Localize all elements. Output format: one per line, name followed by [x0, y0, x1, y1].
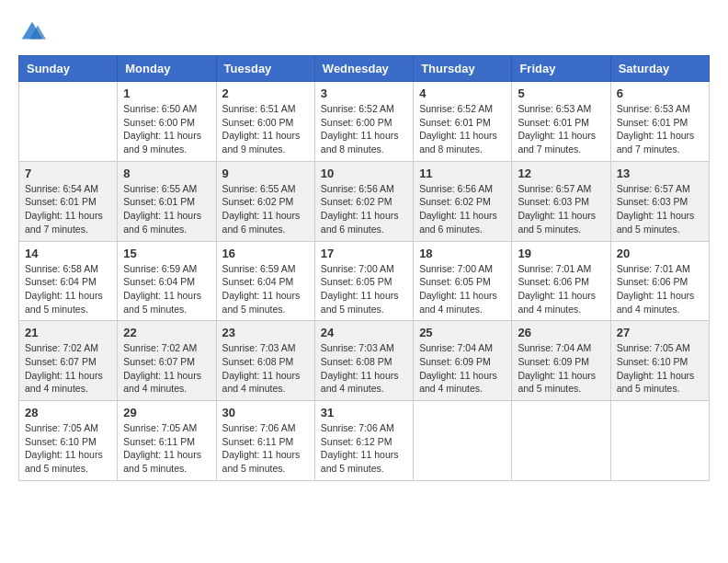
- day-number: 26: [518, 326, 604, 339]
- calendar-cell: 3Sunrise: 6:52 AMSunset: 6:00 PMDaylight…: [314, 82, 413, 162]
- calendar-header-saturday: Saturday: [610, 56, 709, 82]
- calendar-header-tuesday: Tuesday: [216, 56, 314, 82]
- calendar-cell: 6Sunrise: 6:53 AMSunset: 6:01 PMDaylight…: [610, 82, 709, 162]
- calendar-week-4: 21Sunrise: 7:02 AMSunset: 6:07 PMDayligh…: [19, 321, 710, 401]
- calendar-cell: 21Sunrise: 7:02 AMSunset: 6:07 PMDayligh…: [19, 321, 118, 401]
- calendar-cell: 20Sunrise: 7:01 AMSunset: 6:06 PMDayligh…: [610, 241, 709, 321]
- day-info: Sunrise: 7:06 AMSunset: 6:11 PMDaylight:…: [222, 421, 309, 476]
- day-info: Sunrise: 7:05 AMSunset: 6:10 PMDaylight:…: [617, 341, 703, 396]
- day-info: Sunrise: 6:53 AMSunset: 6:01 PMDaylight:…: [617, 102, 703, 156]
- day-info: Sunrise: 7:05 AMSunset: 6:10 PMDaylight:…: [25, 421, 111, 476]
- day-info: Sunrise: 6:55 AMSunset: 6:02 PMDaylight:…: [222, 182, 309, 236]
- calendar-cell: 10Sunrise: 6:56 AMSunset: 6:02 PMDayligh…: [314, 161, 413, 241]
- calendar-cell: 26Sunrise: 7:04 AMSunset: 6:09 PMDayligh…: [512, 321, 610, 401]
- day-info: Sunrise: 6:56 AMSunset: 6:02 PMDaylight:…: [419, 182, 506, 236]
- day-number: 5: [518, 86, 604, 100]
- calendar-cell: 27Sunrise: 7:05 AMSunset: 6:10 PMDayligh…: [610, 321, 709, 401]
- day-number: 31: [321, 406, 407, 419]
- day-number: 9: [222, 167, 309, 180]
- calendar-week-5: 28Sunrise: 7:05 AMSunset: 6:10 PMDayligh…: [19, 401, 710, 481]
- day-info: Sunrise: 6:55 AMSunset: 6:01 PMDaylight:…: [123, 182, 210, 236]
- day-number: 17: [321, 247, 407, 260]
- day-info: Sunrise: 7:01 AMSunset: 6:06 PMDaylight:…: [617, 262, 703, 316]
- calendar-cell: 4Sunrise: 6:52 AMSunset: 6:01 PMDaylight…: [414, 82, 512, 162]
- day-info: Sunrise: 7:03 AMSunset: 6:08 PMDaylight:…: [222, 341, 309, 396]
- calendar-cell: 29Sunrise: 7:05 AMSunset: 6:11 PMDayligh…: [118, 401, 216, 481]
- day-number: 16: [222, 247, 309, 260]
- day-info: Sunrise: 7:02 AMSunset: 6:07 PMDaylight:…: [25, 341, 111, 396]
- day-number: 3: [321, 86, 407, 100]
- day-number: 25: [419, 326, 506, 339]
- day-number: 6: [617, 86, 703, 100]
- calendar-cell: 14Sunrise: 6:58 AMSunset: 6:04 PMDayligh…: [19, 241, 118, 321]
- day-info: Sunrise: 7:04 AMSunset: 6:09 PMDaylight:…: [419, 341, 506, 396]
- calendar-cell: 18Sunrise: 7:00 AMSunset: 6:05 PMDayligh…: [414, 241, 512, 321]
- calendar-cell: 13Sunrise: 6:57 AMSunset: 6:03 PMDayligh…: [610, 161, 709, 241]
- day-number: 21: [25, 326, 111, 339]
- day-info: Sunrise: 7:00 AMSunset: 6:05 PMDaylight:…: [321, 262, 407, 316]
- calendar-table: SundayMondayTuesdayWednesdayThursdayFrid…: [18, 55, 710, 481]
- calendar-cell: 22Sunrise: 7:02 AMSunset: 6:07 PMDayligh…: [118, 321, 216, 401]
- day-info: Sunrise: 6:51 AMSunset: 6:00 PMDaylight:…: [222, 102, 309, 156]
- day-number: 8: [123, 167, 210, 180]
- day-number: 20: [617, 247, 703, 260]
- calendar-week-1: 1Sunrise: 6:50 AMSunset: 6:00 PMDaylight…: [19, 82, 710, 162]
- day-info: Sunrise: 6:56 AMSunset: 6:02 PMDaylight:…: [321, 182, 407, 236]
- calendar-cell: 23Sunrise: 7:03 AMSunset: 6:08 PMDayligh…: [216, 321, 314, 401]
- calendar-cell: 11Sunrise: 6:56 AMSunset: 6:02 PMDayligh…: [414, 161, 512, 241]
- calendar-cell: 5Sunrise: 6:53 AMSunset: 6:01 PMDaylight…: [512, 82, 610, 162]
- calendar-header-monday: Monday: [118, 56, 216, 82]
- day-info: Sunrise: 7:06 AMSunset: 6:12 PMDaylight:…: [321, 421, 407, 476]
- calendar-cell: 7Sunrise: 6:54 AMSunset: 6:01 PMDaylight…: [19, 161, 118, 241]
- calendar-cell: 24Sunrise: 7:03 AMSunset: 6:08 PMDayligh…: [314, 321, 413, 401]
- day-info: Sunrise: 6:50 AMSunset: 6:00 PMDaylight:…: [123, 102, 210, 156]
- calendar-cell: 1Sunrise: 6:50 AMSunset: 6:00 PMDaylight…: [118, 82, 216, 162]
- day-number: 12: [518, 167, 604, 180]
- calendar-cell: 25Sunrise: 7:04 AMSunset: 6:09 PMDayligh…: [414, 321, 512, 401]
- calendar-header-thursday: Thursday: [414, 56, 512, 82]
- day-number: 14: [25, 247, 111, 260]
- calendar-cell: 28Sunrise: 7:05 AMSunset: 6:10 PMDayligh…: [19, 401, 118, 481]
- day-number: 10: [321, 167, 407, 180]
- day-info: Sunrise: 7:04 AMSunset: 6:09 PMDaylight:…: [518, 341, 604, 396]
- day-number: 13: [617, 167, 703, 180]
- calendar-cell: 19Sunrise: 7:01 AMSunset: 6:06 PMDayligh…: [512, 241, 610, 321]
- day-number: 11: [419, 167, 506, 180]
- day-info: Sunrise: 6:54 AMSunset: 6:01 PMDaylight:…: [25, 182, 111, 236]
- calendar-header-wednesday: Wednesday: [314, 56, 413, 82]
- calendar-cell: 12Sunrise: 6:57 AMSunset: 6:03 PMDayligh…: [512, 161, 610, 241]
- day-number: 23: [222, 326, 309, 339]
- day-info: Sunrise: 6:58 AMSunset: 6:04 PMDaylight:…: [25, 262, 111, 316]
- calendar-cell: 2Sunrise: 6:51 AMSunset: 6:00 PMDaylight…: [216, 82, 314, 162]
- calendar-cell: 16Sunrise: 6:59 AMSunset: 6:04 PMDayligh…: [216, 241, 314, 321]
- calendar-header-sunday: Sunday: [19, 56, 118, 82]
- day-info: Sunrise: 7:01 AMSunset: 6:06 PMDaylight:…: [518, 262, 604, 316]
- day-info: Sunrise: 6:53 AMSunset: 6:01 PMDaylight:…: [518, 102, 604, 156]
- day-number: 30: [222, 406, 309, 419]
- day-number: 19: [518, 247, 604, 260]
- day-info: Sunrise: 7:03 AMSunset: 6:08 PMDaylight:…: [321, 341, 407, 396]
- day-number: 7: [25, 167, 111, 180]
- calendar-cell: 8Sunrise: 6:55 AMSunset: 6:01 PMDaylight…: [118, 161, 216, 241]
- day-number: 18: [419, 247, 506, 260]
- day-number: 2: [222, 86, 309, 100]
- day-number: 22: [123, 326, 210, 339]
- page-header: [18, 18, 710, 46]
- calendar-cell: 31Sunrise: 7:06 AMSunset: 6:12 PMDayligh…: [314, 401, 413, 481]
- day-info: Sunrise: 6:57 AMSunset: 6:03 PMDaylight:…: [518, 182, 604, 236]
- calendar-header-row: SundayMondayTuesdayWednesdayThursdayFrid…: [19, 56, 710, 82]
- day-number: 1: [123, 86, 210, 100]
- day-number: 24: [321, 326, 407, 339]
- day-info: Sunrise: 6:59 AMSunset: 6:04 PMDaylight:…: [123, 262, 210, 316]
- logo: [18, 18, 50, 46]
- day-number: 15: [123, 247, 210, 260]
- day-number: 4: [419, 86, 506, 100]
- calendar-cell: 9Sunrise: 6:55 AMSunset: 6:02 PMDaylight…: [216, 161, 314, 241]
- day-number: 27: [617, 326, 703, 339]
- logo-icon: [18, 18, 46, 46]
- calendar-cell: [19, 82, 118, 162]
- day-info: Sunrise: 7:02 AMSunset: 6:07 PMDaylight:…: [123, 341, 210, 396]
- day-number: 28: [25, 406, 111, 419]
- calendar-week-2: 7Sunrise: 6:54 AMSunset: 6:01 PMDaylight…: [19, 161, 710, 241]
- day-info: Sunrise: 6:57 AMSunset: 6:03 PMDaylight:…: [617, 182, 703, 236]
